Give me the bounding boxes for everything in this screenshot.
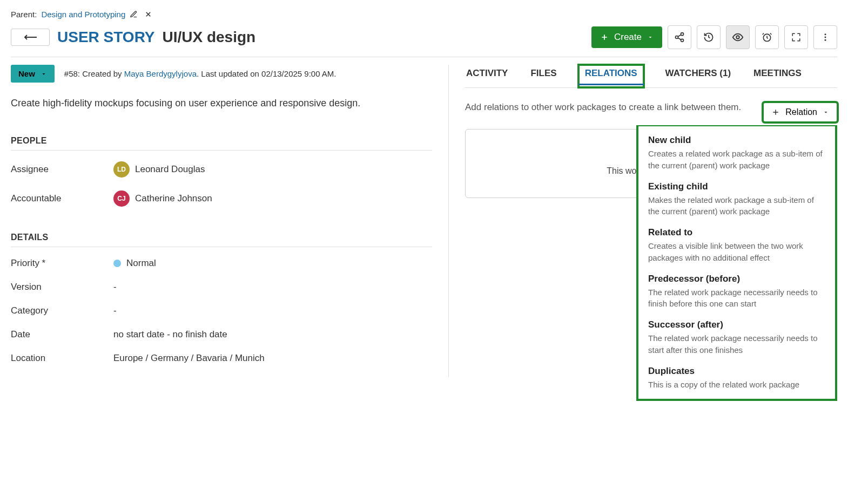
meta-info: #58: Created by Maya Berdygylyjova. Last… <box>64 69 336 78</box>
description[interactable]: Create high-fidelity mockups focusing on… <box>11 98 432 109</box>
status-label: New <box>18 69 35 78</box>
svg-point-1 <box>676 36 678 39</box>
edit-icon[interactable] <box>130 10 138 18</box>
dropdown-item-successor[interactable]: Successor (after) The related work packa… <box>648 319 825 356</box>
relations-pane: ACTIVITY FILES RELATIONS WATCHERS (1) ME… <box>448 65 837 377</box>
create-label: Create <box>614 32 642 43</box>
watch-icon[interactable] <box>726 25 750 49</box>
accountable-value[interactable]: CJ Catherine Johnson <box>113 190 212 207</box>
details-pane: New #58: Created by Maya Berdygylyjova. … <box>11 65 448 377</box>
work-package-type: USER STORY <box>57 29 154 46</box>
dropdown-item-related-to[interactable]: Related to Creates a visible link betwee… <box>648 227 825 264</box>
page-title[interactable]: UI/UX design <box>162 29 255 46</box>
svg-point-7 <box>825 39 826 41</box>
version-label: Version <box>11 282 113 292</box>
location-value[interactable]: Europe / Germany / Bavaria / Munich <box>113 353 265 364</box>
tab-activity[interactable]: ACTIVITY <box>465 65 509 87</box>
share-icon[interactable] <box>668 25 691 49</box>
dropdown-item-new-child[interactable]: New child Creates a related work package… <box>648 135 825 172</box>
parent-breadcrumb: Parent: Design and Prototyping <box>11 10 837 19</box>
accountable-label: Accountable <box>11 193 113 204</box>
add-relation-button[interactable]: Relation <box>763 103 837 122</box>
dropdown-item-predecessor[interactable]: Predecessor (before) The related work pa… <box>648 274 825 310</box>
dropdown-item-existing-child[interactable]: Existing child Makes the related work pa… <box>648 181 825 218</box>
tab-files[interactable]: FILES <box>529 65 557 87</box>
priority-value[interactable]: Normal <box>113 258 156 269</box>
assignee-value[interactable]: LD Leonard Douglas <box>113 161 205 178</box>
category-label: Category <box>11 305 113 316</box>
relations-hint: Add relations to other work packages to … <box>465 102 757 113</box>
category-value[interactable]: - <box>113 305 117 316</box>
assignee-label: Assignee <box>11 164 113 175</box>
parent-label: Parent: <box>11 10 37 19</box>
location-label: Location <box>11 353 113 364</box>
section-details: DETAILS <box>11 233 432 247</box>
avatar: LD <box>113 161 130 178</box>
fullscreen-icon[interactable] <box>784 25 808 49</box>
svg-point-5 <box>825 33 826 35</box>
back-button[interactable] <box>11 29 50 46</box>
avatar: CJ <box>113 190 130 207</box>
parent-link[interactable]: Design and Prototyping <box>41 10 125 19</box>
date-label: Date <box>11 329 113 340</box>
tab-watchers[interactable]: WATCHERS (1) <box>664 65 732 87</box>
svg-point-2 <box>681 39 684 42</box>
priority-dot-icon <box>113 260 121 267</box>
author-link[interactable]: Maya Berdygylyjova <box>124 69 197 78</box>
history-icon[interactable] <box>697 25 721 49</box>
svg-point-6 <box>825 37 826 38</box>
more-icon[interactable] <box>813 25 837 49</box>
tab-relations[interactable]: RELATIONS <box>578 65 644 87</box>
relation-dropdown: New child Creates a related work package… <box>636 125 837 401</box>
section-people: PEOPLE <box>11 136 432 151</box>
date-value[interactable]: no start date - no finish date <box>113 329 227 340</box>
svg-point-3 <box>736 36 739 39</box>
svg-point-0 <box>681 33 684 36</box>
version-value[interactable]: - <box>113 282 117 292</box>
priority-label: Priority * <box>11 258 113 269</box>
status-badge[interactable]: New <box>11 65 55 83</box>
create-button[interactable]: Create <box>591 26 662 48</box>
close-icon[interactable] <box>144 10 152 18</box>
tabs: ACTIVITY FILES RELATIONS WATCHERS (1) ME… <box>465 65 837 88</box>
reminder-icon[interactable] <box>755 25 779 49</box>
tab-meetings[interactable]: MEETINGS <box>752 65 803 87</box>
dropdown-item-duplicates[interactable]: Duplicates This is a copy of the related… <box>648 366 825 391</box>
